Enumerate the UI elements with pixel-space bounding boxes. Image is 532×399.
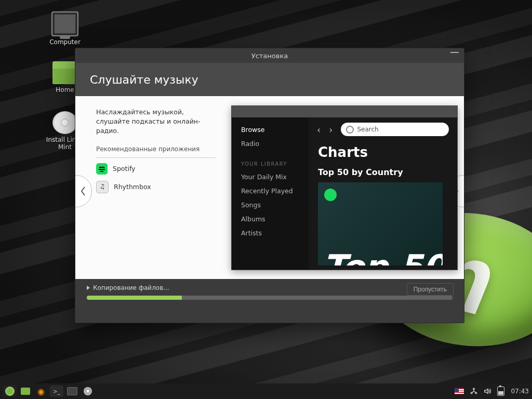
installer-footer: Копирование файлов... Пропустить [75,279,464,323]
app-label: Spotify [113,164,135,174]
recommended-apps-heading: Рекомендованные приложения [96,145,216,157]
status-text: Копирование файлов... [93,284,169,291]
progress-bar [87,296,453,300]
forward-icon: › [329,124,332,135]
slide-description: Наслаждайтесь музыкой, слушайте подкасты… [96,108,216,136]
sidebar-item-radio: Radio [241,137,309,151]
sidebar-item-recent: Recently Played [241,184,309,198]
spotify-logo-icon [324,189,337,201]
start-menu-button[interactable] [3,385,17,397]
file-manager-launcher[interactable] [19,385,32,397]
taskbar-window-installer[interactable] [81,385,95,397]
window-title: Установка [251,52,288,60]
network-icon[interactable] [470,388,477,395]
battery-icon[interactable] [497,387,504,396]
spotify-screenshot: Browse Radio YOUR LIBRARY Your Daily Mix… [231,105,458,270]
spotify-sidebar: Browse Radio YOUR LIBRARY Your Daily Mix… [232,117,309,270]
taskbar[interactable]: ◉ >_ 07:43 [0,383,532,399]
rhythmbox-icon [96,181,109,193]
app-spotify: Spotify [96,163,216,175]
desktop-icon-label: Computer [49,38,81,46]
system-tray: 07:43 [455,387,529,396]
installer-window: Установка Слушайте музыку Наслаждайтесь … [75,48,464,323]
slideshow-body: Наслаждайтесь музыкой, слушайте подкасты… [75,96,464,279]
spotify-card-top50: Top 50 [318,182,443,265]
app-rhythmbox: Rhythmbox [96,181,216,193]
triangle-right-icon [87,286,90,290]
hero-heading: Слушайте музыку [75,63,464,96]
app-label: Rhythmbox [114,182,151,192]
volume-icon[interactable] [484,388,491,395]
sidebar-item-browse: Browse [241,123,309,137]
chevron-left-icon [80,186,86,196]
sidebar-item-albums: Albums [241,212,309,226]
window-titlebar[interactable]: Установка [75,48,464,63]
spotify-icon [96,163,108,175]
spotify-subheading-top50: Top 50 by Country [309,167,457,182]
disc-icon [52,111,77,134]
install-status[interactable]: Копирование файлов... [87,284,453,291]
folder-icon [52,61,77,84]
sidebar-item-daily-mix: Your Daily Mix [241,170,309,184]
monitor-icon [51,11,78,36]
desktop-icon-computer[interactable]: Computer [42,11,88,46]
clock[interactable]: 07:43 [511,388,529,395]
sidebar-item-songs: Songs [241,198,309,212]
spotify-heading-charts: Charts [309,141,457,167]
terminal-launcher[interactable]: >_ [50,385,63,397]
search-placeholder: Search [357,126,378,133]
taskbar-window-files[interactable] [65,385,79,397]
spotify-search: Search [341,123,449,136]
sidebar-section-your-library: YOUR LIBRARY [241,158,309,170]
skip-button[interactable]: Пропустить [407,283,454,296]
progress-fill [87,296,182,300]
desktop-icon-label: Home [56,86,74,94]
firefox-launcher[interactable]: ◉ [34,385,48,397]
prev-slide-button[interactable] [75,175,92,207]
back-icon: ‹ [317,124,321,135]
sidebar-item-artists: Artists [241,226,309,240]
keyboard-layout-us-icon[interactable] [455,388,464,394]
card-big-text: Top 50 [323,248,443,265]
hero-text: Слушайте музыку [90,73,198,86]
minimize-button[interactable] [450,52,459,53]
